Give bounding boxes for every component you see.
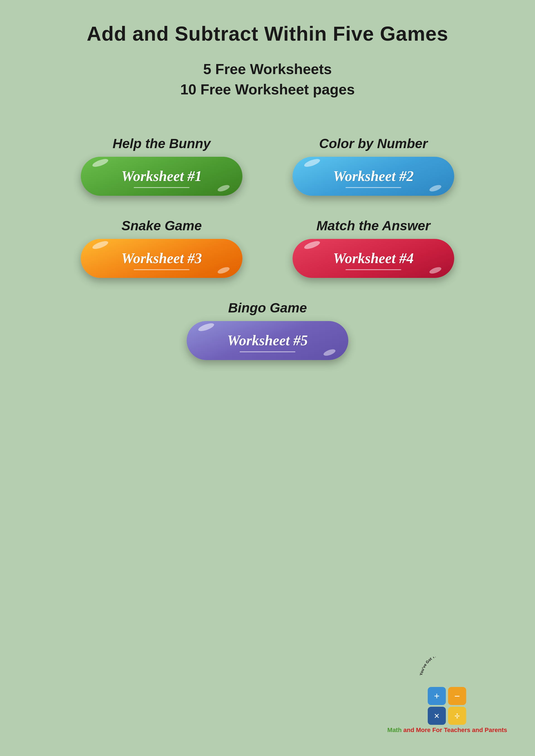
logo-tagline: Math and More For Teachers and Parents [387, 726, 507, 734]
worksheet-label-2: Color by Number [319, 136, 428, 151]
worksheet-btn-text-1: Worksheet #1 [121, 168, 202, 184]
worksheet-button-5[interactable]: Worksheet #5 [187, 321, 348, 360]
logo-icons-grid: + − × ÷ [428, 687, 467, 725]
worksheet-btn-text-2: Worksheet #2 [333, 168, 413, 184]
subtitle-line1: 5 Free Worksheets [180, 59, 355, 79]
tagline-for: For Teachers and Parents [432, 726, 507, 734]
btn-underline-3 [134, 269, 189, 270]
logo-icon-divide: ÷ [448, 707, 466, 725]
worksheet-label-1: Help the Bunny [113, 136, 211, 151]
worksheet-button-2[interactable]: Worksheet #2 [293, 157, 454, 196]
worksheet-item-1: Help the Bunny Worksheet #1 [72, 136, 251, 196]
worksheet-label-3: Snake Game [122, 218, 202, 233]
worksheet-btn-text-5: Worksheet #5 [227, 332, 308, 349]
worksheet-item-5: Bingo Game Worksheet #5 [187, 300, 348, 360]
btn-underline-5 [239, 351, 296, 352]
worksheet-button-1[interactable]: Worksheet #1 [81, 157, 242, 196]
logo-curved-text: You've Got This Math [417, 657, 478, 685]
btn-underline-1 [134, 187, 189, 188]
worksheet-item-3: Snake Game Worksheet #3 [72, 218, 251, 278]
page-title: Add and Subtract Within Five Games [87, 22, 448, 45]
worksheet-button-3[interactable]: Worksheet #3 [81, 239, 242, 278]
worksheet-label-5: Bingo Game [228, 300, 307, 315]
worksheets-grid: Help the Bunny Worksheet #1 Color by Num… [72, 136, 463, 360]
logo-icon-plus: + [428, 687, 446, 705]
worksheet-item-4: Match the Answer Worksheet #4 [284, 218, 463, 278]
worksheet-button-4[interactable]: Worksheet #4 [293, 239, 454, 278]
svg-text:You've Got This Math: You've Got This Math [419, 657, 450, 676]
tagline-math: Math [387, 726, 402, 734]
page-subtitle: 5 Free Worksheets 10 Free Worksheet page… [180, 59, 355, 100]
btn-underline-4 [346, 269, 401, 270]
worksheet-item-2: Color by Number Worksheet #2 [284, 136, 463, 196]
worksheet-btn-text-4: Worksheet #4 [333, 250, 413, 266]
logo-icon-multiply: × [428, 707, 446, 725]
worksheet-btn-text-3: Worksheet #3 [121, 250, 202, 266]
btn-underline-2 [346, 187, 401, 188]
tagline-and: and More [404, 726, 433, 734]
logo-icon-minus: − [448, 687, 466, 705]
subtitle-line2: 10 Free Worksheet pages [180, 79, 355, 100]
worksheet-label-4: Match the Answer [317, 218, 431, 233]
logo-area: You've Got This Math + − × ÷ Math and Mo… [387, 657, 507, 734]
